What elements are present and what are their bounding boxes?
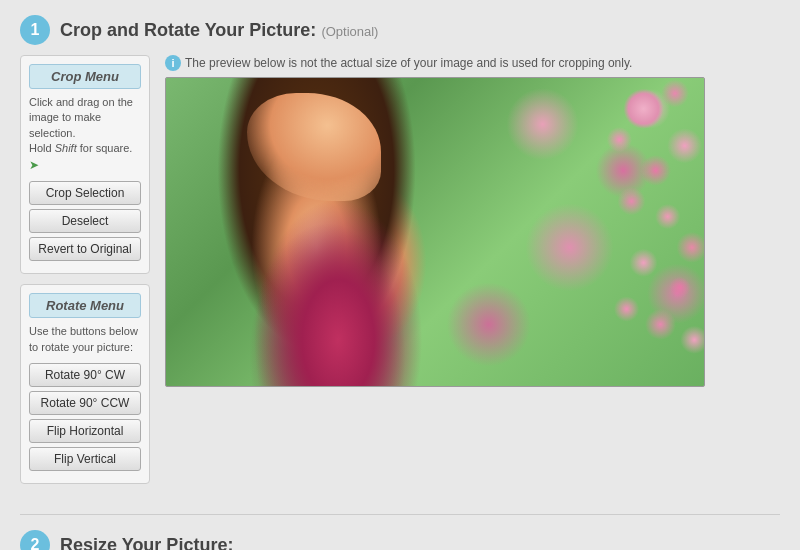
rotate-90-cw-button[interactable]: Rotate 90° CW [29,363,141,387]
deselect-button[interactable]: Deselect [29,209,141,233]
flip-horizontal-button[interactable]: Flip Horizontal [29,419,141,443]
rotate-description: Use the buttons below to rotate your pic… [29,324,141,355]
optional-label: (Optional) [321,24,378,39]
section1-title: Crop and Rotate Your Picture: (Optional) [60,20,378,41]
section2: 2 Resize Your Picture: Make My Picture: … [20,514,780,550]
revert-to-original-button[interactable]: Revert to Original [29,237,141,261]
section1-title-text: Crop and Rotate Your Picture: [60,20,316,40]
step1-circle: 1 [20,15,50,45]
crop-desc-line2: Hold Shift for square. ➤ [29,142,132,170]
crop-description: Click and drag on the image to make sele… [29,95,141,173]
page-wrapper: 1 Crop and Rotate Your Picture: (Optiona… [0,0,800,550]
rotate-90-ccw-button[interactable]: Rotate 90° CCW [29,391,141,415]
flowers-overlay [462,78,704,386]
preview-note-text: The preview below is not the actual size… [185,56,632,70]
preview-area: i The preview below is not the actual si… [165,55,780,494]
section1-content: Crop Menu Click and drag on the image to… [20,55,780,494]
section2-title: Resize Your Picture: [60,535,233,550]
crop-menu-title: Crop Menu [29,64,141,89]
preview-note: i The preview below is not the actual si… [165,55,780,71]
rotate-menu-box: Rotate Menu Use the buttons below to rot… [20,284,150,484]
step2-circle: 2 [20,530,50,550]
crop-selection-button[interactable]: Crop Selection [29,181,141,205]
flip-vertical-button[interactable]: Flip Vertical [29,447,141,471]
portrait-bg [166,78,704,386]
rotate-menu-title: Rotate Menu [29,293,141,318]
section2-header: 2 Resize Your Picture: [20,530,780,550]
crop-desc-line1: Click and drag on the image to make sele… [29,96,133,139]
crop-menu-box: Crop Menu Click and drag on the image to… [20,55,150,274]
info-icon: i [165,55,181,71]
section1-header: 1 Crop and Rotate Your Picture: (Optiona… [20,15,780,45]
image-preview[interactable] [165,77,705,387]
left-panel: Crop Menu Click and drag on the image to… [20,55,150,494]
